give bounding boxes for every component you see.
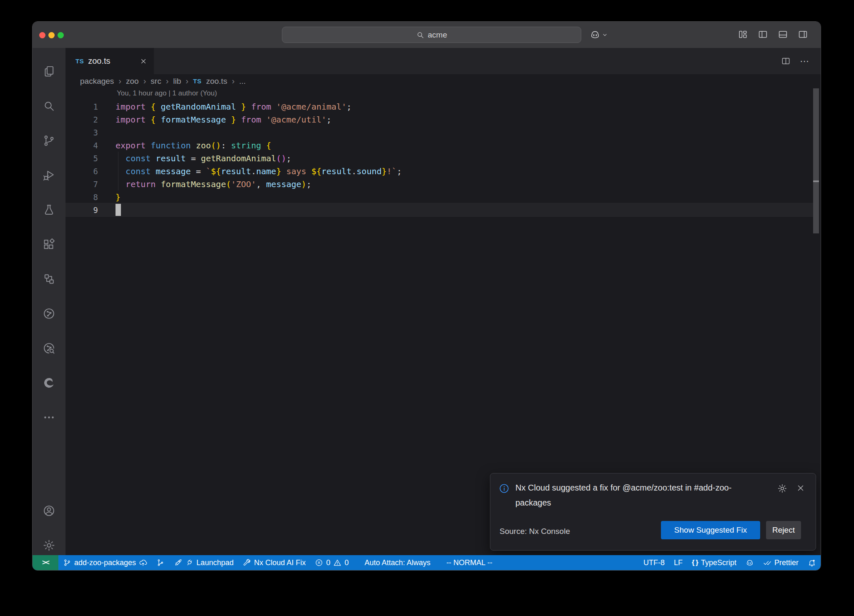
status-item-copilot-status[interactable] <box>741 555 759 570</box>
bell-dot-icon <box>808 558 816 567</box>
code-editor[interactable]: 1import { getRandomAnimal } from '@acme/… <box>65 100 813 216</box>
code-text <box>116 204 121 216</box>
title-bar: acme <box>33 22 821 48</box>
customize-layout-button[interactable] <box>738 29 748 40</box>
overview-ruler-cursor-marker <box>813 180 819 182</box>
sidebar-item-nx-cloud[interactable] <box>33 335 65 361</box>
code-line[interactable]: 9 <box>65 203 813 216</box>
notification-close-icon[interactable] <box>796 483 805 493</box>
command-center-value: acme <box>428 30 447 40</box>
toggle-panel-button[interactable] <box>778 29 788 40</box>
show-suggested-fix-button[interactable]: Show Suggested Fix <box>661 521 760 539</box>
code-text: const message = `${result.name} says ${r… <box>116 166 402 176</box>
notification-message: Nx Cloud suggested a fix for @acme/zoo:t… <box>515 480 766 510</box>
breadcrumb-separator-icon: › <box>186 76 188 86</box>
line-number: 1 <box>65 102 98 111</box>
status-item-source-control-graph[interactable] <box>152 555 169 570</box>
status-item-label: TypeScript <box>701 558 736 567</box>
breadcrumb-separator-icon: › <box>166 76 169 86</box>
toggle-secondary-sidebar-button[interactable] <box>798 29 808 40</box>
status-item-auto-attach[interactable]: Auto Attach: Always <box>360 555 435 570</box>
breadcrumb-file[interactable]: zoo.ts <box>206 77 227 86</box>
warning-icon <box>333 558 342 567</box>
sidebar-item-project-hierarchy[interactable] <box>33 265 65 292</box>
split-editor-button[interactable] <box>781 56 791 66</box>
status-item-label: Prettier <box>774 558 799 567</box>
sidebar-item-extensions[interactable] <box>33 231 65 258</box>
code-line[interactable]: 5 const result = getRandomAnimal(); <box>65 152 813 165</box>
sidebar-item-edge-tools[interactable] <box>33 369 65 396</box>
status-item-label: Nx Cloud AI Fix <box>254 558 306 567</box>
branch-icon <box>63 558 71 567</box>
code-text: export function zoo(): string { <box>116 140 271 150</box>
command-center-search[interactable]: acme <box>282 27 581 43</box>
breadcrumb-item[interactable]: packages <box>80 77 114 86</box>
ellipsis-icon <box>43 411 55 424</box>
sidebar-item-testing[interactable] <box>33 196 65 223</box>
editor-scrollbar[interactable] <box>813 88 819 233</box>
status-item-vim-mode[interactable]: -- NORMAL -- <box>442 555 497 570</box>
status-item-language-mode[interactable]: { }TypeScript <box>687 555 741 570</box>
status-item-problems[interactable]: 00 <box>310 555 353 570</box>
code-line[interactable]: 8} <box>65 190 813 203</box>
line-number: 4 <box>65 141 98 150</box>
breadcrumb-item[interactable]: src <box>151 77 161 86</box>
edge-icon <box>43 376 55 389</box>
line-number: 6 <box>65 167 98 176</box>
sidebar-item-source-control[interactable] <box>33 127 65 154</box>
status-item-eol[interactable]: LF <box>669 555 687 570</box>
close-window-button[interactable] <box>39 32 45 38</box>
line-number: 9 <box>65 205 98 215</box>
traffic-lights <box>39 32 64 38</box>
typescript-file-icon: TS <box>75 58 84 65</box>
code-line[interactable]: 6 const message = `${result.name} says $… <box>65 165 813 178</box>
close-tab-icon[interactable] <box>140 58 147 65</box>
blame-annotation[interactable]: You, 1 hour ago | 1 author (You) <box>117 89 217 98</box>
copilot-menu-button[interactable] <box>590 29 608 40</box>
code-line[interactable]: 2import { formatMessage } from '@acme/ut… <box>65 113 813 126</box>
sidebar-item-explorer[interactable] <box>33 58 65 85</box>
cloud-upload-icon <box>139 558 147 567</box>
breadcrumb-separator-icon: › <box>143 76 146 86</box>
status-item-nx-cloud-ai-fix[interactable]: Nx Cloud AI Fix <box>238 555 310 570</box>
status-item-branch-sync[interactable]: add-zoo-packages <box>58 555 152 570</box>
code-line[interactable]: 4export function zoo(): string { <box>65 139 813 152</box>
code-line[interactable]: 1import { getRandomAnimal } from '@acme/… <box>65 100 813 113</box>
line-number: 3 <box>65 128 98 137</box>
sidebar-item-more-views[interactable] <box>33 404 65 431</box>
more-actions-button[interactable]: ⋯ <box>800 59 810 63</box>
code-line[interactable]: 3 <box>65 126 813 139</box>
sidebar-item-nx-console[interactable] <box>33 300 65 327</box>
remote-indicator[interactable]: >< <box>33 555 58 570</box>
breadcrumb-separator-icon: › <box>118 76 121 86</box>
status-item-notifications-bell[interactable] <box>803 555 821 570</box>
sidebar-item-search[interactable] <box>33 93 65 119</box>
notification-settings-gear-icon[interactable] <box>777 483 787 493</box>
sidebar-item-accounts[interactable] <box>33 497 65 524</box>
breadcrumb-item[interactable]: lib <box>173 77 181 86</box>
tab-zoo-ts[interactable]: TS zoo.ts <box>65 48 154 74</box>
maximize-window-button[interactable] <box>58 32 64 38</box>
code-line[interactable]: 7 return formatMessage('ZOO', message); <box>65 178 813 190</box>
status-item-formatter-prettier[interactable]: Prettier <box>759 555 803 570</box>
breadcrumb-symbol-more[interactable]: ... <box>239 77 246 86</box>
code-text: return formatMessage('ZOO', message); <box>116 179 311 189</box>
breadcrumb-item[interactable]: zoo <box>126 77 139 86</box>
graph-icon <box>156 558 165 567</box>
sidebar-item-settings[interactable] <box>33 532 65 558</box>
minimize-window-button[interactable] <box>48 32 55 38</box>
search-icon <box>416 31 424 39</box>
status-item-label: LF <box>674 558 683 567</box>
status-item-encoding[interactable]: UTF-8 <box>639 555 669 570</box>
tab-label: zoo.ts <box>88 56 110 66</box>
status-item-label: add-zoo-packages <box>74 558 136 567</box>
reject-button[interactable]: Reject <box>766 521 801 539</box>
line-number: 2 <box>65 115 98 124</box>
toggle-sidebar-button[interactable] <box>758 29 768 40</box>
gear-icon <box>43 539 55 552</box>
sidebar-item-run-debug[interactable] <box>33 162 65 188</box>
braces-icon: { } <box>692 558 698 567</box>
indent-guide <box>118 152 118 165</box>
status-item-launchpad[interactable]: Launchpad <box>169 555 238 570</box>
rocket-icon <box>174 558 182 567</box>
